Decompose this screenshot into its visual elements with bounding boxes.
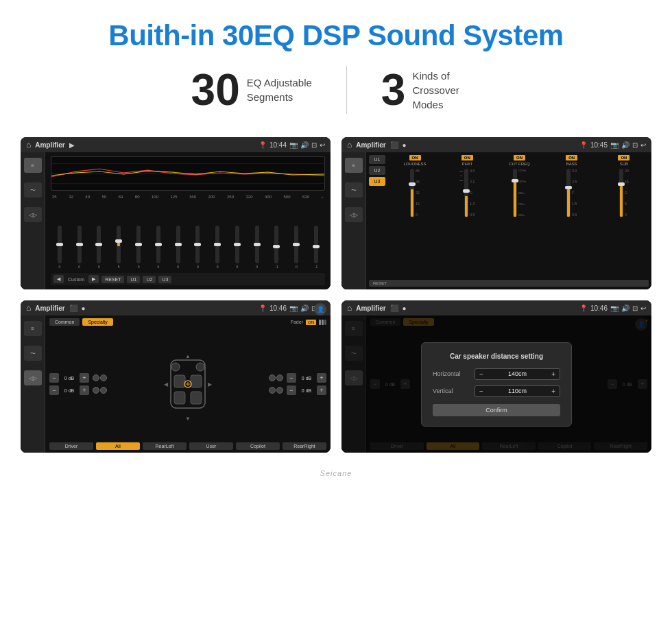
user-btn[interactable]: User [189,442,233,450]
next-btn[interactable]: ▶ [88,275,99,283]
stat-crossover-label: Kinds ofCrossover Modes [412,69,481,112]
eq-slider-12[interactable]: 0 [287,226,305,269]
copilot-btn[interactable]: Copilot [236,442,280,450]
home-icon[interactable]: ⌂ [26,140,31,150]
eq-slider-2[interactable]: 0 [91,226,108,269]
eq-slider-7[interactable]: 0 [189,226,206,269]
vol-left-top-minus[interactable]: − [49,373,59,383]
topbar-title-eq1: Amplifier [35,141,64,149]
channel-loudness: ON LOUDNESS 64 48 32 [390,155,440,217]
svg-text:◀: ◀ [164,381,169,387]
svg-rect-9 [191,392,202,404]
dot-icon-4: ● [403,305,407,312]
vol-right-top-minus[interactable]: − [287,373,296,383]
home-icon-4[interactable]: ⌂ [347,303,352,313]
page-title: Buith-in 30EQ DSP Sound System [0,0,672,59]
reset-btn-crossover[interactable]: RESET [369,280,649,287]
horizontal-minus[interactable]: − [478,370,485,378]
back-icon[interactable]: ↩ [320,141,325,149]
dot-icon-3: ● [82,305,86,312]
phat-on[interactable]: ON [461,155,473,160]
preset-u2[interactable]: U2 [369,166,385,175]
horizontal-value: 140cm [487,370,548,377]
confirm-button[interactable]: Confirm [433,404,560,416]
vol-left-top-plus[interactable]: + [80,373,89,383]
sub-slider[interactable] [619,169,623,217]
eq-slider-0[interactable]: 0 [51,226,69,269]
all-btn[interactable]: All [96,442,140,450]
vol-left-bottom-plus[interactable]: + [80,385,89,395]
sidebar-eq-btn-3[interactable]: ≡ [24,321,42,336]
vol-right-bottom-row: − 0 dB + [269,385,326,395]
eq-slider-8[interactable]: 0 [208,226,226,269]
eq-slider-4[interactable]: 0 [130,226,147,269]
eq-slider-13[interactable]: -1 [307,226,325,269]
stat-eq: 30 EQ AdjustableSegments [157,68,346,112]
back-icon-4[interactable]: ↩ [640,305,646,312]
vol-right-bottom-minus[interactable]: − [287,385,296,395]
home-icon-2[interactable]: ⌂ [347,140,352,150]
u2-btn[interactable]: U2 [143,276,156,283]
reset-btn-eq1[interactable]: RESET [101,276,124,283]
sidebar-spk-btn-3[interactable]: ◁▷ [24,370,42,385]
prev-btn[interactable]: ◀ [53,275,64,283]
preset-u3[interactable]: U3 [369,177,385,186]
fader-on-badge[interactable]: ON [306,320,316,325]
vertical-value: 110cm [487,387,548,394]
eq-slider-11[interactable]: -1 [268,226,286,269]
sidebar-wave-btn-3[interactable]: 〜 [24,346,42,361]
vertical-plus[interactable]: + [550,387,557,395]
preset-u1[interactable]: U1 [369,155,385,164]
horizontal-row: Horizontal − 140cm + [433,368,560,380]
eq-slider-1[interactable]: 0 [71,226,88,269]
sidebar-crossover: ≡ 〜 ◁▷ [341,152,366,289]
dialog-title: Car speaker distance setting [433,353,560,360]
driver-btn[interactable]: Driver [49,442,93,450]
vol-left-bottom-row: − 0 dB + [49,385,107,395]
common-btn[interactable]: Common [49,318,80,326]
dot-icon: ● [403,141,407,149]
cutfreq-on[interactable]: ON [514,155,525,160]
back-icon-2[interactable]: ↩ [640,141,646,149]
cutfreq-slider[interactable] [513,169,517,217]
specialty-btn[interactable]: Specialty [82,318,112,326]
rearleft-btn[interactable]: RearLeft [143,442,187,450]
horizontal-plus[interactable]: + [550,370,557,378]
vertical-minus[interactable]: − [478,387,485,395]
sidebar-vol-btn-2[interactable]: ◁▷ [345,207,363,222]
u3-btn[interactable]: U3 [158,276,171,283]
location-icon-4: 📍 [579,305,588,312]
bass-label: BASS [566,162,577,166]
loudness-on[interactable]: ON [409,155,421,160]
sidebar-eq-btn[interactable]: ≡ [24,158,42,173]
loudness-label: LOUDNESS [404,162,427,166]
stat-crossover-number: 3 [381,68,406,112]
rearright-btn[interactable]: RearRight [283,442,326,450]
sidebar-wave-btn[interactable]: 〜 [24,182,42,198]
vol-right-bottom-plus[interactable]: + [317,385,326,395]
sidebar-wave-btn-2[interactable]: 〜 [345,182,363,198]
eq-slider-3[interactable]: 5 [110,226,128,269]
home-icon-3[interactable]: ⌂ [26,303,31,313]
bass-on[interactable]: ON [566,155,577,160]
eq-slider-6[interactable]: 0 [169,226,187,269]
u1-btn[interactable]: U1 [127,276,140,283]
eq-slider-9[interactable]: 0 [228,226,246,269]
sub-on[interactable]: ON [618,155,629,160]
person-icon: 👤 [314,303,326,315]
screen-icon-2: ⊡ [632,141,638,149]
eq-slider-5[interactable]: 0 [149,226,167,269]
vol-right-top-plus[interactable]: + [317,373,326,383]
bass-slider[interactable] [566,169,571,217]
horizontal-label: Horizontal [433,370,470,377]
phat-slider[interactable] [464,169,468,217]
speaker-diagram: ▲ ▼ ◀ ▶ [112,329,263,440]
sidebar-vol-btn[interactable]: ◁▷ [24,207,42,222]
vol-left-bottom-minus[interactable]: − [49,385,59,395]
vol-left-bottom-val: 0 dB [61,388,77,393]
eq-slider-10[interactable]: 0 [248,226,266,269]
screen-content-speaker2: ≡ 〜 ◁▷ Common Specialty ON 👤 − [341,315,651,453]
stat-crossover: 3 Kinds ofCrossover Modes [347,68,516,112]
loudness-slider[interactable] [410,169,414,217]
sidebar-eq-btn-2[interactable]: ≡ [345,158,363,173]
